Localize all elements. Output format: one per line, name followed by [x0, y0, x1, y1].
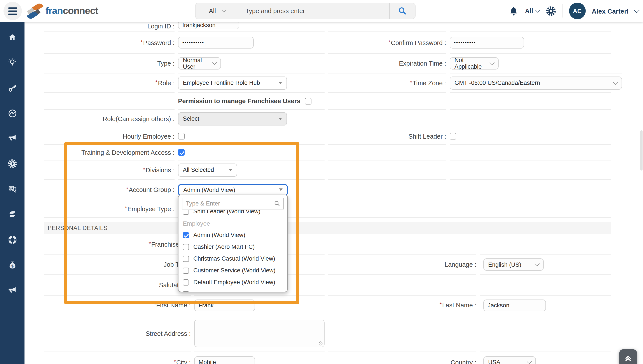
chevron-down-icon [221, 8, 226, 13]
sidebar-item-access[interactable] [0, 80, 25, 96]
franconnect-logo-text: franconnect [46, 5, 98, 16]
divisions-select[interactable]: All Selected [178, 163, 237, 176]
required-asterisk: * [155, 79, 158, 86]
svg-text:$: $ [11, 264, 13, 268]
employee-type-label: Employee Type : [128, 205, 175, 212]
country-select[interactable]: USA [483, 356, 536, 364]
sidebar-item-marketing[interactable] [0, 130, 25, 146]
option-checkbox[interactable] [183, 244, 189, 250]
role-select[interactable]: Employee Frontline Role Hub [178, 76, 287, 90]
scroll-to-top-button[interactable] [619, 349, 637, 364]
notifications-button[interactable] [509, 6, 519, 16]
row-employee-type: *Employee Type : [44, 200, 611, 217]
row-training-access: Training & Development Access : [44, 144, 611, 160]
role-can-assign-select[interactable]: Select [178, 112, 287, 125]
scrollbar-thumb[interactable] [640, 130, 642, 170]
required-asterisk: * [143, 166, 145, 172]
global-search-input[interactable] [239, 8, 389, 14]
confirm-password-input[interactable]: •••••••••• [450, 37, 524, 48]
gear-icon [545, 6, 556, 16]
dropdown-option[interactable]: Cashier (Aero Mart FC) [179, 241, 287, 253]
required-asterisk: * [410, 79, 412, 86]
sidebar-item-automation[interactable] [0, 156, 25, 172]
option-checkbox[interactable] [183, 279, 189, 285]
dropdown-option[interactable]: Default Employee (World View) [179, 276, 287, 288]
sidebar-item-performance[interactable] [0, 105, 25, 121]
sidebar-item-home[interactable] [0, 29, 25, 45]
dropdown-option[interactable]: Customer Service (World View) [179, 264, 287, 276]
first-name-label: First Name : [156, 302, 191, 309]
city-input[interactable]: Mobile [194, 356, 255, 364]
sidebar-item-announcements[interactable] [0, 282, 25, 298]
dropdown-option[interactable]: Shift Leader (World View) [179, 210, 287, 217]
dropdown-triangle-icon [279, 118, 282, 120]
user-menu-button[interactable] [635, 10, 639, 12]
option-checkbox[interactable] [183, 210, 189, 214]
permission-checkbox[interactable] [305, 98, 311, 104]
expiration-time-select[interactable]: Not Applicable [450, 57, 499, 70]
language-label: Language : [445, 261, 476, 268]
sidebar-item-royalty[interactable]: $ [0, 257, 25, 273]
support-ring-icon [7, 234, 17, 245]
dropdown-triangle-icon [279, 188, 283, 191]
franconnect-logo[interactable]: franconnect [27, 3, 98, 19]
sidebar-item-sky[interactable] [0, 206, 25, 222]
chevron-down-icon [634, 7, 639, 13]
first-name-input[interactable]: Frank [194, 299, 255, 311]
training-access-checkbox[interactable] [178, 149, 185, 156]
app-window: Login ID : frankjackson *Password : ••••… [0, 0, 643, 364]
dropdown-option[interactable]: Christmas Casual (World View) [179, 253, 287, 264]
hamburger-menu-icon[interactable] [4, 2, 22, 20]
account-group-select[interactable]: Admin (World View) [178, 184, 288, 196]
dropdown-option[interactable]: Admin (World View) [179, 229, 287, 241]
dropdown-triangle-icon [279, 82, 282, 84]
street-address-textarea[interactable] [194, 320, 325, 347]
row-account-group: *Account Group : Admin (World View) [44, 179, 611, 200]
chevron-down-icon [535, 261, 540, 266]
last-name-input[interactable]: Jackson [483, 299, 546, 311]
option-checkbox[interactable] [183, 256, 189, 262]
franconnect-logo-icon [27, 3, 44, 19]
notification-scope-select[interactable]: All [525, 8, 539, 14]
row-role-can-assign: Role(Can assign others) : Select [44, 109, 611, 128]
search-submit-button[interactable] [390, 6, 415, 16]
option-checkbox[interactable] [183, 232, 189, 238]
city-label: City : [176, 359, 191, 364]
dropdown-option[interactable]: Delivery Crew (World View) [179, 288, 287, 292]
login-id-input[interactable]: frankjackson [178, 20, 239, 29]
home-icon [8, 32, 17, 42]
sidebar-item-messages[interactable] [0, 181, 25, 197]
time-zone-select[interactable]: GMT -05:00 US/Canada/Eastern [450, 76, 622, 90]
shift-leader-label: Shift Leader : [409, 133, 446, 140]
country-label: Country : [450, 359, 476, 364]
left-navigation-sidebar: $ [0, 22, 25, 364]
sidebar-item-support[interactable] [0, 232, 25, 248]
required-asterisk: * [125, 205, 127, 212]
account-group-label: Account Group : [129, 186, 175, 193]
chevron-down-icon [527, 359, 532, 364]
training-access-label: Training & Development Access : [81, 149, 175, 156]
settings-button[interactable] [545, 6, 556, 16]
option-checkbox[interactable] [183, 267, 189, 274]
required-asterisk: * [440, 301, 442, 308]
double-chevron-up-icon [623, 353, 633, 363]
street-address-label: Street Address : [146, 330, 191, 337]
type-select[interactable]: Normal User [178, 57, 221, 70]
shift-leader-checkbox[interactable] [450, 133, 456, 140]
hourly-employee-checkbox[interactable] [178, 133, 185, 140]
option-checkbox[interactable] [183, 291, 189, 292]
required-asterisk: * [140, 39, 143, 45]
search-scope-select[interactable]: All [196, 8, 239, 14]
search-icon [274, 200, 280, 207]
required-asterisk: * [388, 39, 390, 45]
sidebar-item-ideas[interactable] [0, 55, 25, 70]
dropdown-search-input[interactable] [182, 200, 274, 207]
language-select[interactable]: English (US) [483, 258, 544, 271]
row-city-country: *City : Mobile Country : USA [44, 352, 611, 364]
required-asterisk: * [174, 358, 176, 364]
avatar[interactable]: AC [569, 2, 586, 19]
password-input[interactable]: •••••••••• [178, 37, 254, 48]
role-label: Role : [158, 79, 175, 86]
required-asterisk: * [154, 301, 156, 308]
announcement-icon [8, 286, 17, 295]
